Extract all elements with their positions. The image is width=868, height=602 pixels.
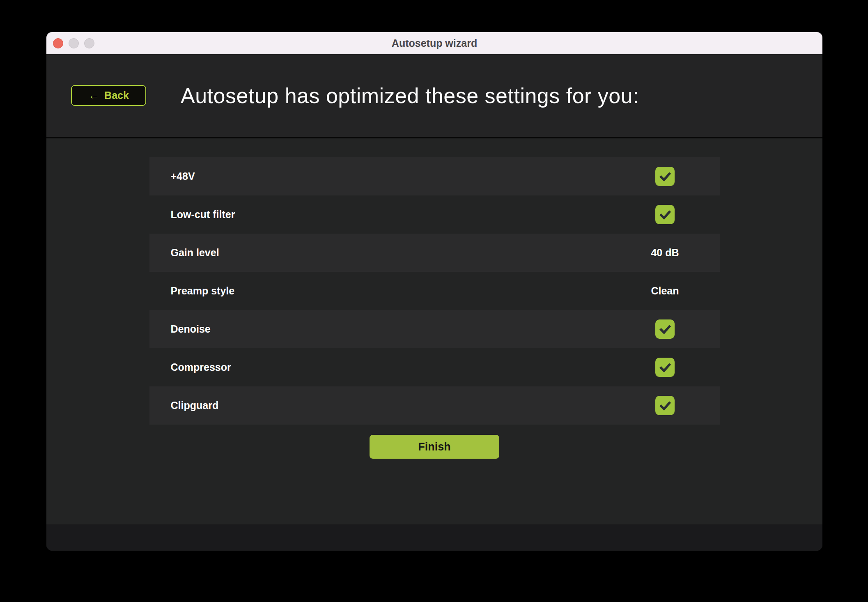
setting-row-48v: +48V <box>149 157 720 195</box>
setting-label: Compressor <box>149 361 611 373</box>
settings-list: +48V Low-cut filter <box>149 157 720 425</box>
autosetup-wizard-window: Autosetup wizard ← Back Autosetup has op… <box>46 32 822 551</box>
setting-label: Low-cut filter <box>149 209 611 221</box>
setting-label: Denoise <box>149 323 611 335</box>
desktop-background: Autosetup wizard ← Back Autosetup has op… <box>0 0 868 602</box>
checkbox-checked[interactable] <box>655 205 675 224</box>
window-titlebar: Autosetup wizard <box>46 32 822 54</box>
setting-value-cell <box>611 205 720 224</box>
setting-value-cell <box>611 319 720 339</box>
back-button-label: Back <box>104 90 129 101</box>
setting-value-cell: 40 dB <box>611 247 720 259</box>
traffic-lights <box>53 32 94 54</box>
checkbox-checked[interactable] <box>655 396 675 415</box>
setting-label: +48V <box>149 170 611 182</box>
setting-row-preamp: Preamp style Clean <box>149 272 720 310</box>
page-title: Autosetup has optimized these settings f… <box>181 83 639 108</box>
setting-label: Clipguard <box>149 400 611 411</box>
setting-value: 40 dB <box>651 247 679 259</box>
setting-label: Gain level <box>149 247 611 259</box>
checkmark-icon <box>658 399 672 413</box>
wizard-header: ← Back Autosetup has optimized these set… <box>46 54 822 138</box>
window-footer <box>46 524 822 551</box>
finish-button[interactable]: Finish <box>370 435 499 459</box>
setting-row-compressor: Compressor <box>149 348 720 386</box>
back-button[interactable]: ← Back <box>71 85 146 106</box>
setting-row-denoise: Denoise <box>149 310 720 348</box>
setting-row-lowcut: Low-cut filter <box>149 195 720 234</box>
close-window-button[interactable] <box>53 38 63 48</box>
setting-row-gain: Gain level 40 dB <box>149 234 720 272</box>
window-title: Autosetup wizard <box>392 37 477 49</box>
zoom-window-button[interactable] <box>84 38 94 48</box>
setting-value-cell <box>611 396 720 415</box>
back-arrow-icon: ← <box>88 90 99 101</box>
checkbox-checked[interactable] <box>655 358 675 377</box>
checkbox-checked[interactable] <box>655 319 675 339</box>
setting-row-clipguard: Clipguard <box>149 386 720 425</box>
checkmark-icon <box>658 322 672 336</box>
checkmark-icon <box>658 208 672 222</box>
checkmark-icon <box>658 170 672 184</box>
setting-value-cell: Clean <box>611 285 720 297</box>
checkmark-icon <box>658 361 672 375</box>
checkbox-checked[interactable] <box>655 167 675 186</box>
setting-value-cell <box>611 358 720 377</box>
setting-value-cell <box>611 167 720 186</box>
minimize-window-button[interactable] <box>69 38 79 48</box>
setting-value: Clean <box>651 285 679 297</box>
setting-label: Preamp style <box>149 285 611 297</box>
settings-panel: +48V Low-cut filter <box>46 138 822 524</box>
